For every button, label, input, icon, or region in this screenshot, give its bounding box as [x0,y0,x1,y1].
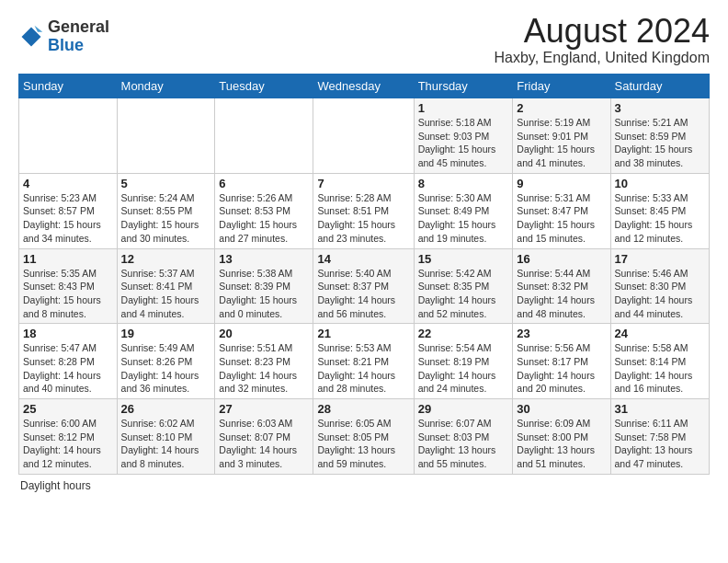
col-friday: Friday [513,75,610,98]
day-number: 19 [121,327,211,340]
col-wednesday: Wednesday [313,75,414,98]
week-row-3: 18Sunrise: 5:47 AMSunset: 8:28 PMDayligh… [19,324,710,399]
calendar-cell: 17Sunrise: 5:46 AMSunset: 8:30 PMDayligh… [610,248,709,324]
week-row-0: 1Sunrise: 5:18 AMSunset: 9:03 PMDaylight… [19,98,710,174]
day-info: Sunrise: 5:46 AMSunset: 8:30 PMDaylight:… [615,267,705,321]
day-number: 24 [615,327,705,340]
day-info: Sunrise: 5:35 AMSunset: 8:43 PMDaylight:… [23,267,113,321]
header-row: Sunday Monday Tuesday Wednesday Thursday… [19,75,710,98]
day-number: 7 [317,177,409,190]
day-number: 25 [23,402,113,416]
day-info: Sunrise: 5:44 AMSunset: 8:32 PMDaylight:… [517,267,606,321]
logo-icon [18,24,44,50]
day-number: 11 [23,252,113,266]
day-number: 30 [517,402,606,416]
day-number: 31 [615,402,705,416]
calendar-cell: 6Sunrise: 5:26 AMSunset: 8:53 PMDaylight… [215,173,313,248]
day-info: Sunrise: 5:31 AMSunset: 8:47 PMDaylight:… [517,191,606,246]
day-number: 17 [615,252,705,266]
week-row-1: 4Sunrise: 5:23 AMSunset: 8:57 PMDaylight… [19,173,710,248]
day-info: Sunrise: 5:38 AMSunset: 8:39 PMDaylight:… [219,267,309,321]
day-info: Sunrise: 5:33 AMSunset: 8:45 PMDaylight:… [615,191,705,246]
week-row-4: 25Sunrise: 6:00 AMSunset: 8:12 PMDayligh… [19,399,710,475]
day-number: 2 [517,101,606,115]
calendar-cell: 12Sunrise: 5:37 AMSunset: 8:41 PMDayligh… [117,248,215,324]
calendar-cell: 20Sunrise: 5:51 AMSunset: 8:23 PMDayligh… [215,324,313,399]
day-info: Sunrise: 5:37 AMSunset: 8:41 PMDaylight:… [121,267,211,321]
page: General Blue August 2024 Haxby, England,… [0,0,728,501]
svg-marker-1 [35,26,43,32]
week-row-2: 11Sunrise: 5:35 AMSunset: 8:43 PMDayligh… [19,248,710,324]
calendar-cell: 26Sunrise: 6:02 AMSunset: 8:10 PMDayligh… [117,399,215,475]
calendar-cell: 9Sunrise: 5:31 AMSunset: 8:47 PMDaylight… [513,173,610,248]
calendar-cell: 10Sunrise: 5:33 AMSunset: 8:45 PMDayligh… [610,173,709,248]
calendar-cell: 1Sunrise: 5:18 AMSunset: 9:03 PMDaylight… [414,98,513,174]
day-number: 1 [418,101,509,115]
day-number: 6 [219,177,309,190]
calendar-cell: 19Sunrise: 5:49 AMSunset: 8:26 PMDayligh… [117,324,215,399]
day-info: Sunrise: 5:23 AMSunset: 8:57 PMDaylight:… [23,191,113,246]
col-thursday: Thursday [414,75,513,98]
calendar-cell: 28Sunrise: 6:05 AMSunset: 8:05 PMDayligh… [313,399,414,475]
day-info: Sunrise: 6:02 AMSunset: 8:10 PMDaylight:… [121,417,211,471]
day-number: 10 [615,177,705,190]
calendar-cell: 3Sunrise: 5:21 AMSunset: 8:59 PMDaylight… [610,98,709,174]
day-info: Sunrise: 6:05 AMSunset: 8:05 PMDaylight:… [317,417,409,471]
col-monday: Monday [117,75,215,98]
col-saturday: Saturday [610,75,709,98]
day-number: 29 [418,402,509,416]
day-number: 13 [219,252,309,266]
day-info: Sunrise: 6:00 AMSunset: 8:12 PMDaylight:… [23,417,113,471]
calendar-cell [313,98,414,174]
col-sunday: Sunday [19,75,118,98]
location: Haxby, England, United Kingdom [494,50,710,66]
day-info: Sunrise: 5:53 AMSunset: 8:21 PMDaylight:… [317,341,409,396]
day-info: Sunrise: 5:28 AMSunset: 8:51 PMDaylight:… [317,191,409,246]
calendar-cell: 5Sunrise: 5:24 AMSunset: 8:55 PMDaylight… [117,173,215,248]
calendar-cell: 18Sunrise: 5:47 AMSunset: 8:28 PMDayligh… [19,324,118,399]
day-number: 9 [517,177,606,190]
day-info: Sunrise: 6:09 AMSunset: 8:00 PMDaylight:… [517,417,606,471]
day-info: Sunrise: 5:56 AMSunset: 8:17 PMDaylight:… [517,341,606,396]
calendar-cell: 21Sunrise: 5:53 AMSunset: 8:21 PMDayligh… [313,324,414,399]
day-info: Sunrise: 5:24 AMSunset: 8:55 PMDaylight:… [121,191,211,246]
day-number: 18 [23,327,113,340]
day-number: 12 [121,252,211,266]
logo-text: General Blue [48,18,109,55]
title-area: August 2024 Haxby, England, United Kingd… [494,15,710,66]
calendar-cell: 24Sunrise: 5:58 AMSunset: 8:14 PMDayligh… [610,324,709,399]
calendar-cell: 7Sunrise: 5:28 AMSunset: 8:51 PMDaylight… [313,173,414,248]
day-info: Sunrise: 5:40 AMSunset: 8:37 PMDaylight:… [317,267,409,321]
day-number: 20 [219,327,309,340]
day-number: 8 [418,177,509,190]
day-number: 27 [219,402,309,416]
day-number: 28 [317,402,409,416]
calendar-cell: 30Sunrise: 6:09 AMSunset: 8:00 PMDayligh… [513,399,610,475]
day-number: 14 [317,252,409,266]
day-info: Sunrise: 5:30 AMSunset: 8:49 PMDaylight:… [418,191,509,246]
calendar-cell: 16Sunrise: 5:44 AMSunset: 8:32 PMDayligh… [513,248,610,324]
day-number: 5 [121,177,211,190]
day-info: Sunrise: 5:18 AMSunset: 9:03 PMDaylight:… [418,116,509,170]
day-number: 23 [517,327,606,340]
day-info: Sunrise: 5:26 AMSunset: 8:53 PMDaylight:… [219,191,309,246]
day-number: 22 [418,327,509,340]
calendar-cell: 27Sunrise: 6:03 AMSunset: 8:07 PMDayligh… [215,399,313,475]
day-info: Sunrise: 5:49 AMSunset: 8:26 PMDaylight:… [121,341,211,396]
day-info: Sunrise: 5:19 AMSunset: 9:01 PMDaylight:… [517,116,606,170]
header: General Blue August 2024 Haxby, England,… [18,15,710,66]
calendar-cell: 14Sunrise: 5:40 AMSunset: 8:37 PMDayligh… [313,248,414,324]
day-info: Sunrise: 5:21 AMSunset: 8:59 PMDaylight:… [615,116,705,170]
logo-blue: Blue [48,36,84,54]
calendar-cell: 15Sunrise: 5:42 AMSunset: 8:35 PMDayligh… [414,248,513,324]
calendar-cell: 13Sunrise: 5:38 AMSunset: 8:39 PMDayligh… [215,248,313,324]
logo: General Blue [18,18,109,55]
day-number: 3 [615,101,705,115]
day-info: Sunrise: 5:47 AMSunset: 8:28 PMDaylight:… [23,341,113,396]
calendar-cell: 22Sunrise: 5:54 AMSunset: 8:19 PMDayligh… [414,324,513,399]
day-number: 15 [418,252,509,266]
day-number: 26 [121,402,211,416]
day-info: Sunrise: 5:42 AMSunset: 8:35 PMDaylight:… [418,267,509,321]
calendar-cell: 4Sunrise: 5:23 AMSunset: 8:57 PMDaylight… [19,173,118,248]
calendar-cell: 25Sunrise: 6:00 AMSunset: 8:12 PMDayligh… [19,399,118,475]
